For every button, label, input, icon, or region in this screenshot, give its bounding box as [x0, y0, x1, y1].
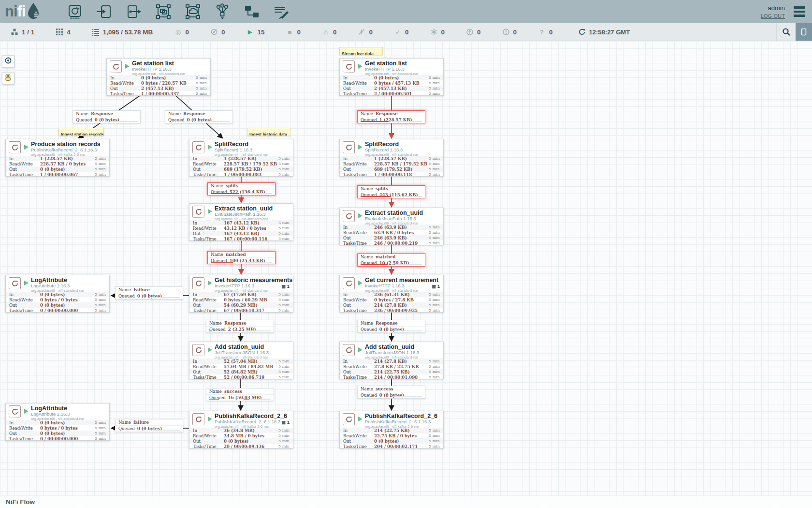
- processor-bundle: org.apache.nifi - nifi-standard-nar: [365, 222, 443, 226]
- remote-process-group-component-icon[interactable]: [185, 3, 201, 20]
- output-port-component-icon[interactable]: [126, 3, 142, 20]
- connection-queue-label[interactable]: Namesuccess Queued0 (0 bytes): [357, 386, 425, 399]
- queue-name-label: Name: [361, 186, 373, 191]
- processor-bundle: org.apache.nifi - nifi-standard-nar: [365, 289, 443, 293]
- active-threads-value: 1: [287, 419, 290, 425]
- processor-header: SplitRecord SplitRecord 1.16.3 org.apach…: [340, 139, 443, 156]
- connection-queue-label[interactable]: Namesplits Queued522 (136.4 KB): [207, 182, 276, 195]
- queue-gauges: [209, 330, 271, 331]
- connection-queue-label[interactable]: NameResponse Queued2 (3.25 MB): [206, 320, 274, 333]
- relationship-name: success: [224, 389, 242, 394]
- processor-node[interactable]: Extract station_uuid EvaluateJsonPath 1.…: [339, 208, 444, 245]
- processor-node[interactable]: Add station_uuid JoltTransformJSON 1.16.…: [189, 342, 293, 379]
- remote-transmitting-count: 0: [185, 29, 189, 36]
- component-toolbar: [67, 3, 290, 20]
- connection-queue-label[interactable]: NameResponse Queued0 (0 bytes): [72, 110, 141, 123]
- connection-queue-label[interactable]: Namematched Queued10 (2.59 KB): [357, 254, 425, 267]
- connection-queue-label[interactable]: Namematched Queued100 (25.43 KB): [207, 251, 276, 264]
- logout-link[interactable]: LOG OUT: [761, 13, 785, 19]
- stat-value-readwrite: 0 bytes / 228.57 KB: [141, 81, 196, 86]
- running-count: 15: [257, 29, 264, 36]
- connection-queue-label[interactable]: Namesuccess Queued16 (50.03 MB): [206, 388, 274, 401]
- connection-queue-label[interactable]: NameResponse Queued0 (0 bytes): [357, 320, 425, 333]
- operate-palette-button[interactable]: [2, 72, 14, 85]
- current-user: admin: [761, 4, 785, 12]
- processor-node[interactable]: LogAttribute LogAttribute 1.16.3 org.apa…: [5, 275, 110, 313]
- stat-label-tasks: Tasks/Time: [9, 172, 40, 177]
- processor-stats: In0 (0 bytes)5 min Read/Write0 bytes / 0…: [6, 292, 109, 313]
- processor-node[interactable]: Produce station records PublishKafkaReco…: [5, 139, 110, 177]
- run-status-icon: [358, 281, 362, 285]
- stat-window: 5 min: [95, 298, 106, 302]
- processor-node[interactable]: Get historic measurements InvokeHTTP 1.1…: [189, 275, 293, 313]
- stat-window: 5 min: [429, 444, 440, 448]
- stat-window: 5 min: [429, 298, 440, 302]
- run-status-icon: [125, 64, 130, 69]
- settings-panel-button[interactable]: [796, 23, 812, 41]
- stat-window: 5 min: [429, 91, 440, 96]
- stat-window: 5 min: [278, 439, 290, 443]
- processor-node[interactable]: PublishKafkaRecord_2_6 PublishKafkaRecor…: [189, 411, 293, 448]
- processor-node[interactable]: LogAttribute LogAttribute 1.16.3 org.apa…: [5, 403, 110, 441]
- connection-queue-label[interactable]: NameResponse Queued0 (0 bytes): [165, 110, 233, 123]
- refresh-icon[interactable]: [578, 28, 586, 36]
- process-group-component-icon[interactable]: [155, 3, 172, 20]
- processor-component-icon[interactable]: [67, 3, 83, 20]
- stat-value-readwrite: 27.8 KB / 22.75 KB: [374, 364, 429, 369]
- flow-label[interactable]: Stream live-data: [339, 47, 383, 55]
- processor-node[interactable]: SplitRecord SplitRecord 1.16.3 org.apach…: [339, 139, 444, 177]
- flow-label[interactable]: Ingest historic data: [247, 128, 290, 136]
- flow-canvas[interactable]: Ingest station records Ingest historic d…: [0, 41, 812, 508]
- breadcrumb-root[interactable]: NiFi Flow: [6, 498, 35, 506]
- queue-gauges: [361, 264, 422, 265]
- label-component-icon[interactable]: [273, 3, 290, 20]
- connection-queue-label[interactable]: Namesplits Queued443 (115.62 KB): [357, 185, 425, 198]
- stat-value-readwrite: 0 bytes / 27.8 KB: [374, 298, 429, 302]
- processor-node[interactable]: PublishKafkaRecord_2_6 PublishKafkaRecor…: [339, 411, 444, 448]
- connection-queue-label[interactable]: Namefailure Queued0 (0 bytes): [115, 419, 183, 432]
- processor-node[interactable]: Get current measurement InvokeHTTP 1.16.…: [339, 275, 444, 313]
- global-menu-button[interactable]: [794, 6, 805, 17]
- sync-failure-icon: ?: [538, 28, 546, 36]
- queue-gauges: [361, 196, 422, 197]
- funnel-component-icon[interactable]: [214, 3, 231, 20]
- relationship-name: matched: [376, 254, 396, 259]
- stale-icon: [466, 28, 474, 36]
- queue-gauges: [118, 297, 180, 298]
- queue-size-gauge: [395, 264, 422, 265]
- stat-value-tasks: 52 / 00:00:06.719: [224, 375, 278, 380]
- processor-name: SplitRecord: [215, 141, 293, 148]
- run-status-icon: [208, 145, 212, 149]
- queue-size-gauge: [395, 121, 422, 122]
- processor-bundle: org.apache.nifi - nifi-standard-nar: [365, 153, 443, 157]
- stopped-count: 0: [297, 29, 301, 36]
- stat-value-tasks: 2 / 00:00:00.501: [374, 91, 429, 96]
- processor-node[interactable]: Extract station_uuid EvaluateJsonPath 1.…: [189, 203, 293, 241]
- queue-size-gauge: [203, 121, 230, 122]
- processor-node[interactable]: Get station list InvokeHTTP 1.16.3 org.a…: [106, 58, 211, 96]
- processor-node[interactable]: Add station_uuid JoltTransformJSON 1.16.…: [339, 342, 444, 379]
- processor-type-icon: [9, 277, 21, 289]
- stat-window: 5 min: [429, 364, 440, 369]
- processor-type-icon: [192, 413, 204, 425]
- processor-name: PublishKafkaRecord_2_6: [215, 413, 293, 419]
- navigate-icon: [4, 57, 12, 66]
- queue-count-gauge: [361, 121, 389, 122]
- template-component-icon[interactable]: [244, 3, 260, 20]
- input-port-component-icon[interactable]: [96, 3, 113, 20]
- stat-label-tasks: Tasks/Time: [343, 172, 374, 177]
- processor-node[interactable]: SplitRecord SplitRecord 1.16.3 org.apach…: [189, 139, 293, 177]
- stat-value-tasks: 214 / 00:00:01.098: [374, 375, 429, 380]
- run-status-icon: [24, 281, 29, 285]
- connection-queue-label[interactable]: NameFailure Queued0 (0 bytes): [115, 286, 183, 299]
- stat-value-readwrite: 228.57 KB / 179.52 KB: [374, 162, 429, 166]
- stat-label-out: Out: [193, 439, 224, 444]
- relationship-name: Failure: [133, 287, 150, 292]
- navigate-palette-button[interactable]: [2, 55, 14, 68]
- stat-window: 5 min: [278, 226, 290, 230]
- flow-label[interactable]: Ingest station records: [58, 128, 104, 136]
- processor-stats: In1 (228.57 KB)5 min Read/Write228.57 KB…: [340, 156, 443, 177]
- connection-queue-label[interactable]: NameResponse Queued1 (228.57 KB): [357, 110, 425, 123]
- search-button[interactable]: [776, 23, 796, 41]
- processor-node[interactable]: Get station list InvokeHTTP 1.16.3 org.a…: [339, 58, 444, 96]
